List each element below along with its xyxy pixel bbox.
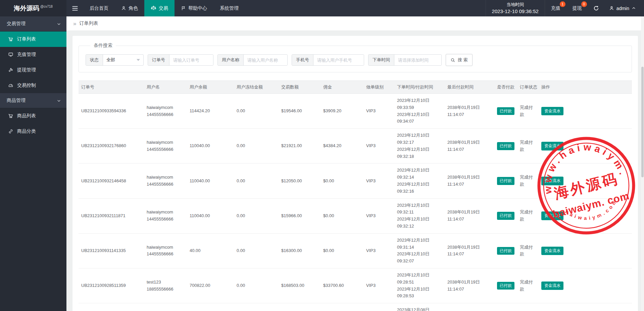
cell-balance: 670100.60 — [187, 303, 234, 311]
double-angle-icon: » — [73, 21, 76, 26]
refresh-button[interactable] — [588, 0, 604, 16]
table-row: UB2312100933594336haiwaiymcom 1445555666… — [79, 94, 632, 129]
fund-flow-button[interactable]: 资金流水 — [541, 177, 563, 185]
nav-item-trade[interactable]: 交易 — [144, 0, 175, 16]
sidebar-item-goods-list[interactable]: 商品列表 — [0, 108, 66, 124]
orders-table-header: 订单号用户名用户余额用户冻结金额交易数额佣金做单级别下单时间/付款时间最后付款时… — [79, 81, 632, 94]
chevron-up-icon — [632, 6, 636, 10]
cell-last_pay_time: 2038年01月19日 11:14:07 — [445, 164, 494, 198]
cell-user: haiwaiymcom 14455556666 — [144, 94, 187, 129]
sidebar-toggle-button[interactable] — [66, 0, 83, 16]
cell-paid: 已付款 — [494, 129, 517, 164]
cell-action: 资金流水 — [539, 198, 632, 233]
page-scrollbar[interactable] — [641, 16, 644, 311]
cell-frozen: 0.00 — [234, 164, 279, 198]
cell-action: 资金流水 — [539, 94, 632, 129]
cell-user: test123 18855556666 — [144, 268, 187, 303]
cell-level: VIP3 — [363, 198, 394, 233]
cell-order_time: 2023年12月10日 09:33:59 2023年12月10日 09:34:0… — [394, 94, 445, 129]
app-logo-text: 海外源码 — [14, 4, 39, 13]
column-header-user: 用户名 — [144, 81, 187, 94]
cell-last_pay_time: 2038年01月19日 11:14:07 — [445, 303, 494, 311]
nav-item-help[interactable]: 帮助中心 — [175, 0, 213, 16]
sidebar-group-goods[interactable]: 商品管理 — [0, 93, 66, 108]
gauge-icon — [8, 83, 13, 88]
cell-amount: $21921.00 — [279, 129, 320, 164]
cell-paid: 已付款 — [494, 233, 517, 268]
phone-filter: 手机号 — [292, 54, 364, 66]
fund-flow-button[interactable]: 资金流水 — [541, 211, 563, 220]
chevron-down-icon — [57, 22, 61, 26]
cell-action: 资金流水 — [539, 268, 632, 303]
orders-table: 订单号用户名用户余额用户冻结金额交易数额佣金做单级别下单时间/付款时间最后付款时… — [79, 80, 632, 311]
sidebar-item-trade-control[interactable]: 交易控制 — [0, 78, 66, 93]
cell-order_time: 2023年12月08日 14:32:56 2023年12月08日 14:33:0… — [394, 303, 445, 311]
billboard-icon — [8, 52, 13, 57]
scales-icon — [151, 5, 156, 11]
order-time-input[interactable] — [394, 55, 441, 65]
orders-table-body: UB2312100933594336haiwaiymcom 1445555666… — [79, 94, 632, 311]
cell-user: haiwaiymcom 14455556666 — [144, 233, 187, 268]
cell-balance: 114424.20 — [187, 94, 234, 129]
sidebar: 交易管理 订单列表 充值管理 提现管理 交易控制 商品管理 — [0, 16, 66, 311]
cell-frozen: 0.00 — [234, 303, 279, 311]
cell-amount: $168503.00 — [279, 268, 320, 303]
cell-status: 完成付款 — [517, 198, 539, 233]
phone-input[interactable] — [313, 55, 364, 65]
user-name-input[interactable] — [244, 55, 287, 65]
nav-item-roles[interactable]: 角色 — [115, 0, 144, 16]
nav-item-dashboard[interactable]: 后台首页 — [83, 0, 115, 16]
sidebar-item-goods-category[interactable]: 商品分类 — [0, 124, 66, 139]
column-header-frozen: 用户冻结金额 — [234, 81, 279, 94]
cell-user: test123 18855556666 — [144, 303, 187, 311]
cell-status: 完成付款 — [517, 233, 539, 268]
order-no-input[interactable] — [169, 55, 213, 65]
filter-row: 状态 全部 订单号 用户名称 手机号 — [86, 54, 632, 66]
cell-frozen: 0.00 — [234, 94, 279, 129]
paid-status-badge: 已付款 — [497, 142, 514, 150]
cell-last_pay_time: 2038年01月19日 11:14:07 — [445, 268, 494, 303]
cell-frozen: 0.00 — [234, 268, 279, 303]
sidebar-item-order-list[interactable]: 订单列表 — [0, 32, 66, 47]
fund-flow-button[interactable]: 资金流水 — [541, 107, 563, 116]
order-no-filter: 订单号 — [148, 54, 213, 66]
paid-status-badge: 已付款 — [497, 212, 514, 220]
top-navbar: 海外源码 @cv718 后台首页 角色 交易 帮助中心 系统管理 当地时间 20… — [0, 0, 644, 16]
column-header-paid: 是否付款 — [494, 81, 517, 94]
local-time-value: 2023-12-10 09:36:52 — [492, 8, 539, 15]
nav-item-system[interactable]: 系统管理 — [213, 0, 245, 16]
scrollbar-thumb[interactable] — [641, 67, 644, 177]
cell-order_time: 2023年12月10日 09:32:17 2023年12月10日 09:32:1… — [394, 129, 445, 164]
cell-level: VIP3 — [363, 94, 394, 129]
cell-user: haiwaiymcom 14455556666 — [144, 129, 187, 164]
column-header-action: 操作 — [539, 81, 632, 94]
sidebar-item-recharge[interactable]: 充值管理 — [0, 47, 66, 62]
search-button[interactable]: 搜 索 — [446, 54, 473, 66]
withdraw-nav-button[interactable]: 提现 0 — [566, 0, 588, 16]
admin-menu[interactable]: admin — [604, 0, 644, 16]
cell-last_pay_time: 2038年01月19日 11:14:07 — [445, 233, 494, 268]
cell-order_time: 2023年12月10日 09:28:51 2023年12月10日 09:28:5… — [394, 268, 445, 303]
caret-down-icon — [137, 59, 140, 61]
cell-action: 资金流水 — [539, 129, 632, 164]
column-header-order_no: 订单号 — [79, 81, 144, 94]
sidebar-group-trade[interactable]: 交易管理 — [0, 16, 66, 32]
cell-balance: 110040.00 — [187, 164, 234, 198]
column-header-amount: 交易数额 — [279, 81, 320, 94]
cell-action: 资金流水 — [539, 303, 632, 311]
paid-status-badge: 已付款 — [497, 247, 514, 255]
column-header-last_pay_time: 最后付款时间 — [445, 81, 494, 94]
cell-balance: 40.00 — [187, 233, 234, 268]
recharge-nav-button[interactable]: 充值 1 — [545, 0, 566, 16]
status-select[interactable]: 全部 — [103, 55, 143, 65]
fund-flow-button[interactable]: 资金流水 — [541, 142, 563, 150]
sidebar-item-withdraw[interactable]: 提现管理 — [0, 62, 66, 78]
cell-balance: 110040.00 — [187, 129, 234, 164]
table-row: UB2312100931141335haiwaiymcom 1445555666… — [79, 233, 632, 268]
cell-user: haiwaiymcom 14455556666 — [144, 164, 187, 198]
cart-icon — [8, 37, 13, 42]
local-time-block: 当地时间 2023-12-10 09:36:52 — [486, 0, 545, 16]
fund-flow-button[interactable]: 资金流水 — [541, 247, 563, 255]
refresh-icon — [593, 5, 599, 11]
fund-flow-button[interactable]: 资金流水 — [541, 282, 563, 290]
